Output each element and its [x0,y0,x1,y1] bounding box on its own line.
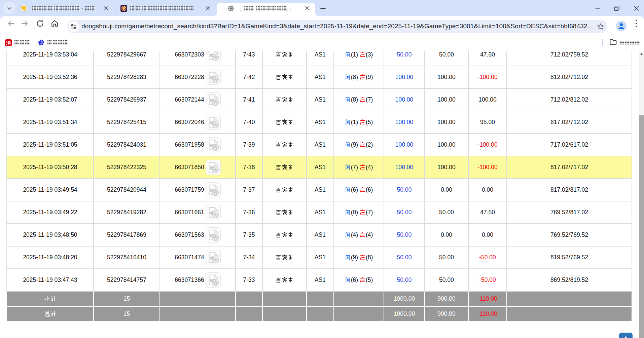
svg-text:du: du [40,42,43,45]
